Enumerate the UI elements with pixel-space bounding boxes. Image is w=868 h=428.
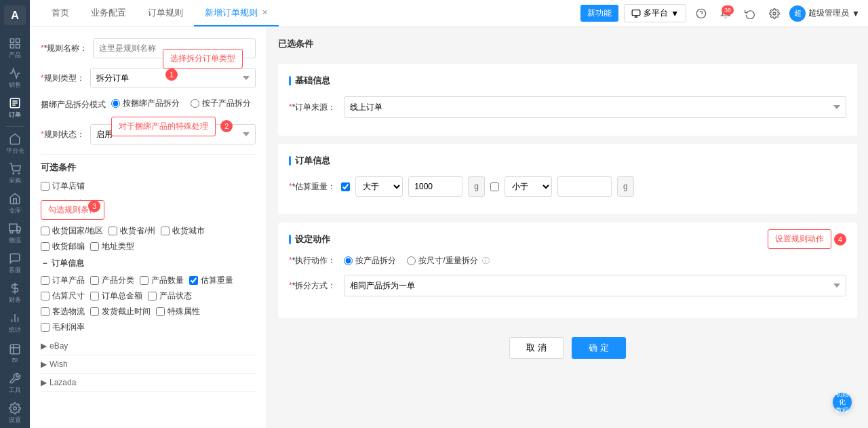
weight-value2-input[interactable] <box>557 176 612 197</box>
sidebar-item-product[interactable]: 产品 <box>1 33 28 63</box>
weight-operator1-select[interactable]: 大于 <box>355 176 403 197</box>
order-source-select[interactable]: 线上订单 <box>344 96 846 118</box>
checkbox-country[interactable]: 收货国家/地区 <box>41 225 103 237</box>
wish-collapsible[interactable]: ▶ Wish <box>41 355 256 374</box>
notification-icon[interactable]: 38 <box>716 4 735 23</box>
annotation-num-4: 4 <box>834 233 846 246</box>
checkbox-city[interactable]: 收货城市 <box>161 225 205 237</box>
lazada-chevron-icon: ▶ <box>41 378 47 387</box>
help-tutorial-button[interactable]: 初始化 教程 <box>833 393 852 412</box>
weight-row: **估算重量： 大于 g 小于 g <box>289 176 846 197</box>
weight-checkbox[interactable] <box>341 182 350 191</box>
already-selected-title: 已选条件 <box>278 38 857 56</box>
annotation-4-box: 设置规则动作 4 <box>768 229 846 249</box>
app-logo[interactable]: A <box>4 5 26 25</box>
weight-checkbox2[interactable] <box>490 182 499 191</box>
tab-close-icon[interactable]: ✕ <box>262 8 268 17</box>
ebay-collapsible[interactable]: ▶ eBay <box>41 337 256 355</box>
settings-icon[interactable] <box>765 4 784 23</box>
checkbox-product-qty[interactable]: 产品数量 <box>140 275 184 286</box>
order-store-checkbox[interactable]: 订单店铺 <box>41 180 85 192</box>
checkbox-gross-margin[interactable]: 毛利润率 <box>41 322 85 333</box>
user-area[interactable]: 超 超级管理员 ▼ <box>789 5 860 22</box>
bundle-mode-by-sub[interactable]: 按子产品拆分 <box>191 98 251 109</box>
svg-rect-10 <box>9 224 17 231</box>
svg-point-27 <box>773 12 776 15</box>
rule-type-row: *规则类型： 拆分订单 选择拆分订单类型 1 <box>41 68 256 88</box>
checkbox-estimated-size[interactable]: 估算尺寸 <box>41 290 85 302</box>
annotation-num-3: 3 <box>88 200 100 212</box>
svg-rect-22 <box>632 9 640 15</box>
warehouse-logistics-section: － 仓储物流 勾选规则条件 3 收货国家/地区 <box>41 199 256 252</box>
exec-by-size-weight[interactable]: 按尺寸/重量拆分 ⓘ <box>407 255 489 267</box>
tab-new-order-rule[interactable]: 新增订单规则 ✕ <box>194 0 279 26</box>
order-info-header: 订单信息 <box>289 155 846 167</box>
user-avatar: 超 <box>789 5 806 22</box>
sidebar-item-tools[interactable]: 工具 <box>1 368 28 398</box>
new-feature-button[interactable]: 新功能 <box>580 5 618 22</box>
order-source-label: **订单来源： <box>289 102 336 113</box>
svg-marker-11 <box>17 227 20 231</box>
refresh-icon[interactable] <box>741 4 760 23</box>
order-store-row: 订单店铺 <box>41 180 256 192</box>
tab-home[interactable]: 首页 <box>41 0 80 26</box>
bundle-mode-by-bundle[interactable]: 按捆绑产品拆分 <box>111 98 180 109</box>
split-method-select[interactable]: 相同产品拆为一单 <box>344 275 846 296</box>
order-info-row-4: 毛利润率 <box>41 322 256 333</box>
split-method-label: **拆分方式： <box>289 280 336 292</box>
checkbox-estimated-weight[interactable]: 估算重量 <box>189 275 233 286</box>
svg-rect-3 <box>16 44 20 47</box>
optional-conditions-section: 可选条件 订单店铺 － 仓储物流 <box>41 161 256 333</box>
checkbox-zipcode[interactable]: 收货邮编 <box>41 241 85 252</box>
topbar-right: 新功能 多平台 ▼ 38 超 超级管理员 ▼ <box>580 4 868 23</box>
right-panel: 已选条件 基础信息 **订单来源： 线上订单 订单信息 <box>267 27 868 428</box>
sidebar-item-settings[interactable]: 设置 <box>1 398 28 428</box>
sidebar-item-service[interactable]: 客服 <box>1 249 28 279</box>
order-info-subsection-label: － 订单信息 <box>41 258 256 269</box>
svg-point-12 <box>10 231 13 233</box>
lazada-collapsible[interactable]: ▶ Lazada <box>41 374 256 392</box>
checkbox-address-type[interactable]: 地址类型 <box>90 241 134 252</box>
annotation-num-1: 1 <box>165 69 178 81</box>
sidebar-item-warehouse[interactable]: 平台仓 <box>1 129 28 159</box>
checkbox-product-category[interactable]: 产品分类 <box>90 275 134 286</box>
confirm-button[interactable]: 确 定 <box>572 337 626 359</box>
tab-order-rules[interactable]: 订单规则 <box>137 0 194 26</box>
checkbox-total-amount[interactable]: 订单总金额 <box>90 290 142 302</box>
annotation-2-box: 对于捆绑产品的特殊处理 2 <box>111 117 233 136</box>
sidebar-item-purchase[interactable]: 采购 <box>1 159 28 189</box>
platform-selector[interactable]: 多平台 ▼ <box>624 4 686 22</box>
help-icon[interactable] <box>692 4 711 23</box>
sidebar-item-order[interactable]: 订单 <box>1 94 28 123</box>
checkbox-special-attr[interactable]: 特殊属性 <box>156 306 200 317</box>
bundle-mode-row: 捆绑产品拆分模式 按捆绑产品拆分 按子产品拆分 对 <box>41 98 256 111</box>
sidebar-item-logistics[interactable]: 物流 <box>1 219 28 249</box>
exec-by-product[interactable]: 按产品拆分 <box>344 255 396 267</box>
sidebar-item-bi[interactable]: BI <box>1 338 28 368</box>
cancel-button[interactable]: 取 消 <box>509 337 564 359</box>
order-source-row: **订单来源： 线上订单 <box>289 96 846 118</box>
annotation-1-box: 选择拆分订单类型 1 <box>163 49 256 81</box>
checkbox-customer-logistics[interactable]: 客选物流 <box>41 306 85 317</box>
sidebar-item-sales[interactable]: 销售 <box>1 63 28 93</box>
svg-rect-18 <box>10 345 20 354</box>
tab-business-config[interactable]: 业务配置 <box>80 0 137 26</box>
checkbox-order-product[interactable]: 订单产品 <box>41 275 85 286</box>
svg-rect-1 <box>16 39 20 42</box>
checkbox-ship-deadline[interactable]: 发货截止时间 <box>90 306 151 317</box>
sidebar-item-finance[interactable]: 财务 <box>1 279 28 309</box>
sidebar-item-store[interactable]: 仓库 <box>1 189 28 219</box>
order-info-row-3: 客选物流 发货截止时间 特殊属性 <box>41 306 256 317</box>
rule-name-label: **规则名称： <box>41 43 87 54</box>
weight-operator2-select[interactable]: 小于 <box>505 176 552 197</box>
sidebar: A 产品 销售 订单 平台仓 采购 仓库 物流 客服 财务 统计 <box>0 0 30 428</box>
weight-value1-input[interactable] <box>408 176 462 197</box>
checkbox-province[interactable]: 收货省/州 <box>108 225 155 237</box>
user-dropdown-icon: ▼ <box>852 9 860 18</box>
wish-chevron-icon: ▶ <box>41 359 47 369</box>
weight-unit1: g <box>468 176 485 197</box>
logistics-row-1: 收货国家/地区 收货省/州 收货城市 <box>41 225 256 237</box>
checkbox-product-status[interactable]: 产品状态 <box>148 290 192 302</box>
exec-action-row: **执行动作： 按产品拆分 按尺寸/重量拆分 ⓘ <box>289 255 846 267</box>
sidebar-item-stats[interactable]: 统计 <box>1 309 28 338</box>
